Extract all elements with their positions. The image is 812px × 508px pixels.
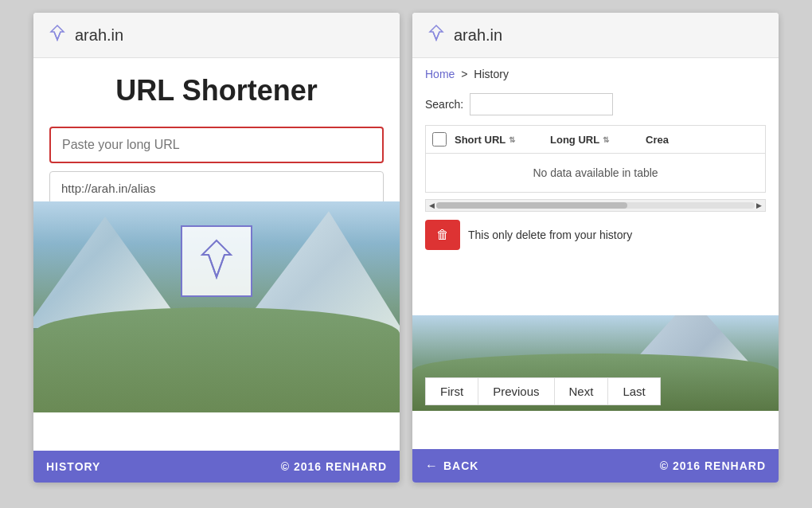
previous-button[interactable]: Previous: [478, 377, 553, 405]
left-body: URL Shortener 0/32 i: [33, 58, 400, 451]
breadcrumb-home-link[interactable]: Home: [425, 68, 455, 80]
sort-icon-short: ⇅: [509, 135, 515, 144]
back-arrow-icon: ←: [425, 459, 439, 473]
background-scene: [33, 201, 400, 412]
hills: [33, 307, 400, 413]
col-header-long-url[interactable]: Long URL ⇅: [550, 134, 646, 146]
data-table: Short URL ⇅ Long URL ⇅ Crea No data avai…: [425, 125, 766, 193]
scroll-right-arrow[interactable]: ▶: [755, 201, 763, 209]
back-button[interactable]: ← BACK: [425, 459, 478, 473]
scrollbar-track[interactable]: [436, 202, 755, 209]
left-logo-icon: [46, 24, 68, 46]
right-logo-icon: [425, 24, 447, 46]
table-header-row: Short URL ⇅ Long URL ⇅ Crea: [426, 126, 765, 154]
left-logo-text: arah.in: [75, 26, 123, 45]
left-copyright: © 2016 RENHARD: [281, 460, 387, 473]
left-panel: arah.in URL Shortener 0/32 i: [33, 13, 400, 483]
right-logo-text: arah.in: [454, 26, 502, 45]
next-button[interactable]: Next: [554, 377, 608, 405]
breadcrumb: Home > History: [425, 64, 766, 84]
right-header: arah.in: [412, 13, 779, 58]
scroll-left-arrow[interactable]: ◀: [427, 201, 436, 209]
center-logo-box: [181, 225, 252, 297]
delete-warning-row: 🗑 This only delete from your history: [425, 220, 766, 250]
trash-icon: 🗑: [436, 228, 449, 242]
last-button[interactable]: Last: [607, 377, 660, 405]
col-header-created: Crea: [646, 134, 759, 146]
alias-input[interactable]: [49, 171, 384, 205]
search-row: Search:: [425, 93, 766, 115]
delete-button[interactable]: 🗑: [425, 220, 460, 250]
history-label[interactable]: HISTORY: [46, 460, 100, 473]
right-copyright: © 2016 RENHARD: [660, 459, 766, 472]
first-button[interactable]: First: [425, 377, 478, 405]
page-title: URL Shortener: [115, 74, 317, 107]
horizontal-scrollbar[interactable]: ◀ ▶: [425, 199, 766, 212]
select-all-checkbox[interactable]: [432, 132, 447, 147]
delete-warning-text: This only delete from your history: [468, 229, 632, 241]
pagination: First Previous Next Last: [425, 377, 766, 405]
left-header: arah.in: [33, 13, 400, 58]
right-footer: ← BACK © 2016 RENHARD: [412, 449, 779, 483]
left-footer: HISTORY © 2016 RENHARD: [33, 451, 400, 483]
breadcrumb-current: History: [474, 68, 509, 80]
search-label: Search:: [425, 98, 463, 111]
col-header-short-url[interactable]: Short URL ⇅: [455, 134, 550, 146]
search-input[interactable]: [470, 93, 613, 115]
right-panel: arah.in Home > History Search: Short URL: [412, 13, 779, 483]
url-input[interactable]: [49, 127, 384, 163]
table-empty-message: No data available in table: [426, 154, 765, 192]
scrollbar-thumb[interactable]: [436, 202, 627, 209]
breadcrumb-separator: >: [461, 68, 467, 80]
center-logo-svg: [193, 237, 240, 285]
sort-icon-long: ⇅: [603, 135, 609, 144]
right-body: Home > History Search: Short URL ⇅: [412, 58, 779, 449]
back-label: BACK: [443, 459, 478, 472]
